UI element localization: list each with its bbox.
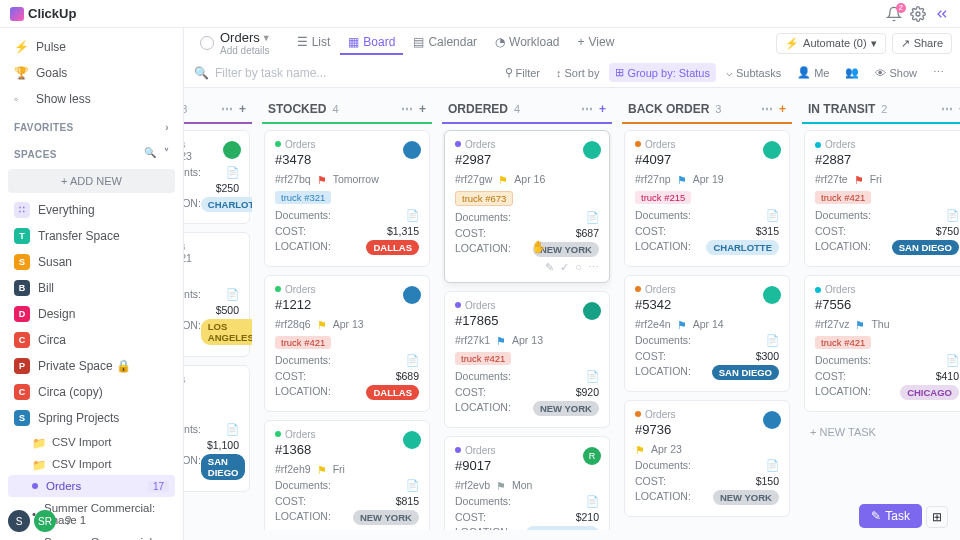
document-icon[interactable]: 📄 [586,211,599,224]
nav-goals[interactable]: 🏆Goals [8,60,175,86]
nav-pulse[interactable]: ⚡Pulse [8,34,175,60]
priority-flag-icon[interactable]: ⚑ [855,319,865,329]
assignee-avatar[interactable] [403,431,421,449]
space-item[interactable]: PPrivate Space 🔒 [8,353,175,379]
document-icon[interactable]: 📄 [226,423,239,436]
space-everything[interactable]: ∷Everything [8,197,175,223]
view-workload[interactable]: ◔ Workload [487,31,567,55]
priority-flag-icon[interactable]: ⚑ [854,174,864,184]
space-item[interactable]: CCirca [8,327,175,353]
notifications-icon[interactable]: 2 [886,6,902,22]
task-card[interactable]: Orders #2987 #rf27gw⚑Apr 16 truck #673 D… [444,130,610,283]
document-icon[interactable]: 📄 [946,354,959,367]
column-header[interactable]: IN TRANSIT2⋯+ [802,98,960,120]
show-button[interactable]: 👁 Show [869,64,923,82]
task-card[interactable]: Orders #9736 ⚑Apr 23 Documents:📄 COST:$1… [624,400,790,517]
add-card-icon[interactable]: + [599,102,606,116]
document-icon[interactable]: 📄 [406,354,419,367]
column-more-icon[interactable]: ⋯ [761,102,773,116]
automate-button[interactable]: ⚡ Automate (0) ▾ [776,33,886,54]
priority-flag-icon[interactable]: ⚑ [317,464,327,474]
task-card[interactable]: Orders #17865 #rf27k1⚑Apr 13 truck #421 … [444,291,610,428]
card-tag[interactable]: truck #421 [815,191,871,204]
more-icon[interactable]: ⋯ [927,63,950,82]
list-phase2[interactable]: •Summer Commercial: Phase 2 [8,531,175,540]
new-task-link[interactable]: + NEW TASK [624,525,790,530]
favorites-header[interactable]: FAVORITES› [8,112,175,137]
column-header[interactable]: CTION3⋯+ [184,98,252,120]
document-icon[interactable]: 📄 [766,459,779,472]
folder-csv1[interactable]: 📁CSV Import [8,431,175,453]
check-icon[interactable]: ✓ [560,261,569,274]
assignee-avatar[interactable] [583,141,601,159]
priority-flag-icon[interactable]: ⚑ [635,444,645,454]
column-more-icon[interactable]: ⋯ [221,102,233,116]
assignee-avatar[interactable] [223,141,241,159]
space-item[interactable]: TTransfer Space [8,223,175,249]
assignee-avatar[interactable] [403,141,421,159]
assignee-avatar[interactable] [403,286,421,304]
share-button[interactable]: ↗ Share [892,33,952,54]
assignee-avatar[interactable] [763,411,781,429]
priority-flag-icon[interactable]: ⚑ [496,480,506,490]
priority-flag-icon[interactable]: ⚑ [498,174,508,184]
help-icon[interactable]: ? [60,513,76,529]
card-more-icon[interactable]: ⋯ [588,261,599,274]
space-item[interactable]: SSusan [8,249,175,275]
document-icon[interactable]: 📄 [226,288,239,301]
search-input[interactable]: 🔍 Filter by task name... [194,66,493,80]
assignees-button[interactable]: 👥 [839,63,865,82]
column-header[interactable]: STOCKED4⋯+ [262,98,432,120]
document-icon[interactable]: 📄 [226,166,239,179]
spaces-header[interactable]: SPACES🔍˅ [8,137,175,165]
column-header[interactable]: BACK ORDER3⋯+ [622,98,792,120]
card-tag[interactable]: truck #673 [455,191,513,206]
document-icon[interactable]: 📄 [586,370,599,383]
new-task-link[interactable]: + NEW TASK [804,420,960,444]
task-card[interactable]: Orders ⚑Mon 73 Documents:📄 COST:$1,100 L… [184,365,250,492]
task-card[interactable]: Orders #1368 #rf2eh9⚑Fri Documents:📄 COS… [264,420,430,530]
document-icon[interactable]: 📄 [766,334,779,347]
breadcrumb[interactable]: Orders▼ Add details [192,28,279,58]
app-logo[interactable]: ClickUp [10,6,76,21]
card-tag[interactable]: truck #321 [275,191,331,204]
subtasks-button[interactable]: ⌵ Subtasks [720,63,787,82]
space-item[interactable]: SSpring Projects [8,405,175,431]
document-icon[interactable]: 📄 [766,209,779,222]
space-item[interactable]: CCirca (copy) [8,379,175,405]
card-tag[interactable]: truck #421 [455,352,511,365]
view-calendar[interactable]: ▤ Calendar [405,31,485,55]
space-item[interactable]: DDesign [8,301,175,327]
assignee-avatar[interactable] [763,141,781,159]
edit-icon[interactable]: ✎ [545,261,554,274]
task-card[interactable]: Orders #7556 #rf27vz⚑Thu truck #421 Docu… [804,275,960,412]
filter-button[interactable]: ⚲ Filter [499,63,546,82]
assignee-avatar[interactable]: R [583,447,601,465]
priority-flag-icon[interactable]: ⚑ [677,174,687,184]
column-more-icon[interactable]: ⋯ [941,102,953,116]
priority-flag-icon[interactable]: ⚑ [677,319,687,329]
space-item[interactable]: BBill [8,275,175,301]
add-new-space[interactable]: + ADD NEW [8,169,175,193]
card-tag[interactable]: truck #421 [275,336,331,349]
new-task-fab[interactable]: ✎ Task [859,504,922,528]
task-card[interactable]: Orders #9017 R #rf2evb⚑Mon Documents:📄 C… [444,436,610,530]
apps-icon[interactable]: ⊞ [926,506,948,528]
task-card[interactable]: Orders #3478 #rf27bq⚑Tomorrow truck #321… [264,130,430,267]
folder-csv2[interactable]: 📁CSV Import [8,453,175,475]
card-tag[interactable]: truck #421 [815,336,871,349]
settings-icon[interactable] [910,6,926,22]
task-card[interactable]: Orders #1212 #rf28q6⚑Apr 13 truck #421 D… [264,275,430,412]
column-more-icon[interactable]: ⋯ [401,102,413,116]
priority-flag-icon[interactable]: ⚑ [317,174,327,184]
priority-flag-icon[interactable]: ⚑ [496,335,506,345]
task-card[interactable]: Orders ⚑Apr 23 Documents:📄 COST:$250 LOC… [184,130,250,224]
assignee-avatar[interactable] [763,286,781,304]
document-icon[interactable]: 📄 [586,495,599,508]
task-card[interactable]: Orders #2887 #rf27te⚑Fri truck #421 Docu… [804,130,960,267]
assignee-avatar[interactable] [583,302,601,320]
card-tag[interactable]: truck #215 [635,191,691,204]
column-more-icon[interactable]: ⋯ [581,102,593,116]
document-icon[interactable]: 📄 [406,479,419,492]
view-board[interactable]: ▦ Board [340,31,403,55]
